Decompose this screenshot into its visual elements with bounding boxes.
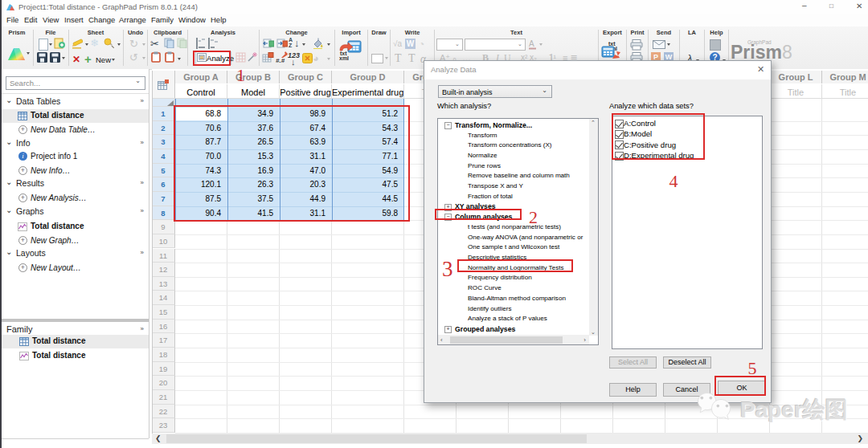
- svg-text:xml: xml: [339, 55, 349, 60]
- svg-text:A: A: [529, 39, 534, 48]
